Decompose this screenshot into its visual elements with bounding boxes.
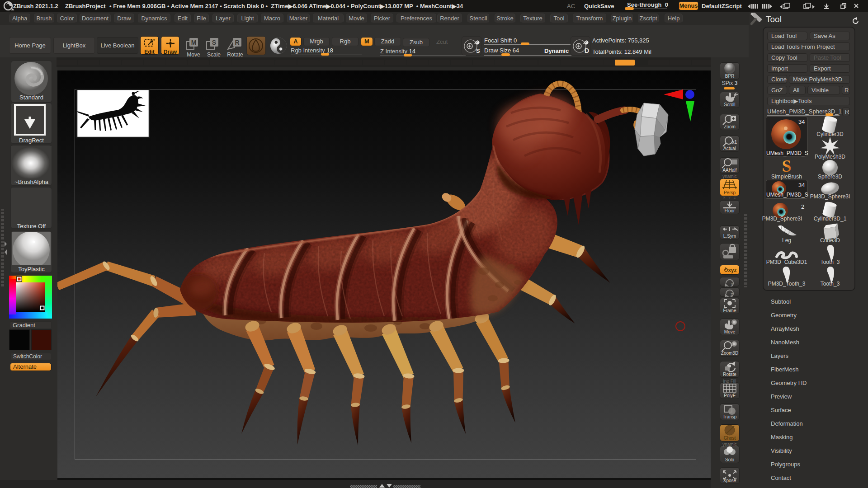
svg-text:⥁xyz: ⥁xyz: [724, 267, 737, 273]
svg-text:Y: Y: [731, 282, 733, 286]
svg-text:x1: x1: [732, 140, 737, 145]
svg-text:M: M: [191, 39, 197, 46]
svg-text:R: R: [235, 39, 239, 46]
svg-text:Z: Z: [731, 292, 733, 297]
svg-text:D: D: [585, 47, 589, 54]
svg-text:S: S: [476, 47, 480, 54]
svg-text:S: S: [782, 157, 791, 175]
svg-text:S: S: [212, 39, 216, 46]
